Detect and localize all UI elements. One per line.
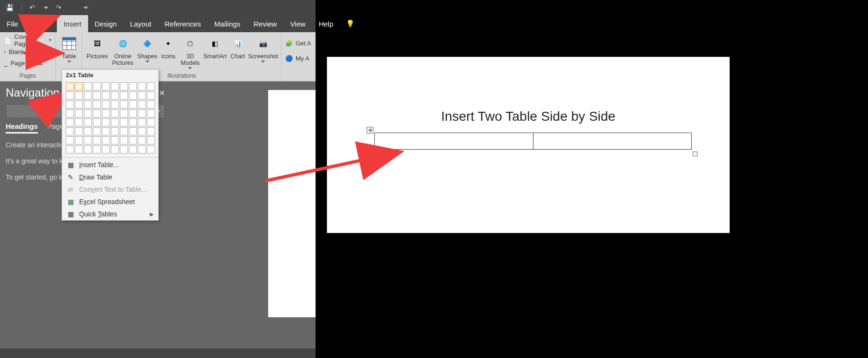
grid-cell[interactable]	[93, 118, 101, 126]
grid-cell[interactable]	[75, 145, 83, 153]
grid-cell[interactable]	[129, 127, 137, 135]
qat-customize-icon[interactable]	[83, 7, 88, 9]
icons-button[interactable]: ✦ Icons	[159, 33, 178, 60]
grid-cell[interactable]	[111, 109, 119, 117]
grid-cell[interactable]	[75, 136, 83, 144]
grid-cell[interactable]	[102, 145, 110, 153]
grid-cell[interactable]	[66, 118, 74, 126]
grid-cell[interactable]	[66, 82, 74, 90]
grid-cell[interactable]	[93, 100, 101, 108]
my-addins-button[interactable]: 🔵 My A	[284, 53, 312, 63]
grid-cell[interactable]	[120, 100, 128, 108]
grid-cell[interactable]	[75, 91, 83, 99]
pictures-button[interactable]: 🖼 Pictures	[85, 33, 109, 60]
draw-table-menu-item[interactable]: ✎ Draw Table	[62, 171, 158, 183]
undo-dropdown-icon[interactable]	[44, 7, 48, 9]
grid-cell[interactable]	[102, 100, 110, 108]
grid-cell[interactable]	[75, 118, 83, 126]
grid-cell[interactable]	[93, 136, 101, 144]
chart-button[interactable]: 📊 Chart	[228, 33, 247, 60]
grid-cell[interactable]	[75, 127, 83, 135]
grid-cell[interactable]	[111, 118, 119, 126]
grid-cell[interactable]	[147, 82, 155, 90]
grid-cell[interactable]	[84, 127, 92, 135]
online-pictures-button[interactable]: 🌐 Online Pictures	[110, 33, 136, 66]
tab-insert[interactable]: Insert	[57, 15, 88, 32]
grid-cell[interactable]	[102, 82, 110, 90]
nav-tab-headings[interactable]: Headings	[6, 122, 38, 134]
table-move-handle-icon[interactable]: ✥	[367, 127, 373, 134]
blank-page-button[interactable]: ▫ Blank Page	[3, 46, 53, 57]
grid-cell[interactable]	[93, 91, 101, 99]
tab-layout[interactable]: Layout	[123, 15, 158, 32]
grid-cell[interactable]	[93, 145, 101, 153]
undo-icon[interactable]: ↶	[29, 4, 35, 11]
grid-cell[interactable]	[138, 136, 146, 144]
grid-cell[interactable]	[120, 118, 128, 126]
grid-cell[interactable]	[66, 109, 74, 117]
redo-icon[interactable]: ↷	[56, 4, 62, 11]
grid-cell[interactable]	[111, 91, 119, 99]
grid-cell[interactable]	[129, 145, 137, 153]
grid-cell[interactable]	[93, 82, 101, 90]
grid-cell[interactable]	[129, 136, 137, 144]
grid-cell[interactable]	[147, 136, 155, 144]
excel-spreadsheet-menu-item[interactable]: ▦ Excel Spreadsheet	[62, 196, 158, 208]
quick-tables-menu-item[interactable]: ▦ Quick Tables ▶	[62, 208, 158, 220]
grid-cell[interactable]	[120, 109, 128, 117]
insert-table-menu-item[interactable]: ▦ IInsert Table...nsert Table...	[62, 159, 158, 171]
grid-cell[interactable]	[84, 109, 92, 117]
grid-cell[interactable]	[75, 82, 83, 90]
3d-models-button[interactable]: ⬡ 3D Models	[179, 33, 202, 69]
grid-cell[interactable]	[138, 127, 146, 135]
get-addins-button[interactable]: 🧩 Get A	[284, 38, 312, 48]
grid-cell[interactable]	[66, 91, 74, 99]
grid-cell[interactable]	[138, 109, 146, 117]
grid-cell[interactable]	[66, 127, 74, 135]
grid-cell[interactable]	[147, 145, 155, 153]
grid-cell[interactable]	[129, 82, 137, 90]
grid-cell[interactable]	[138, 145, 146, 153]
save-icon[interactable]: 💾	[6, 4, 14, 11]
grid-cell[interactable]	[111, 100, 119, 108]
grid-cell[interactable]	[120, 145, 128, 153]
grid-cell[interactable]	[66, 136, 74, 144]
grid-cell[interactable]	[147, 100, 155, 108]
grid-cell[interactable]	[129, 91, 137, 99]
tab-home[interactable]: Home	[25, 15, 57, 32]
grid-cell[interactable]	[138, 100, 146, 108]
grid-cell[interactable]	[102, 136, 110, 144]
grid-cell[interactable]	[120, 127, 128, 135]
grid-cell[interactable]	[129, 109, 137, 117]
grid-cell[interactable]	[84, 82, 92, 90]
tab-help[interactable]: Help	[312, 15, 340, 32]
grid-cell[interactable]	[120, 91, 128, 99]
grid-cell[interactable]	[84, 100, 92, 108]
cover-page-button[interactable]: 📄 Cover Page	[3, 35, 53, 45]
grid-cell[interactable]	[102, 127, 110, 135]
tab-mailings[interactable]: Mailings	[208, 15, 247, 32]
screenshot-button[interactable]: 📷 Screenshot	[248, 33, 278, 63]
shapes-button[interactable]: 🔷 Shapes	[136, 33, 158, 63]
grid-cell[interactable]	[147, 127, 155, 135]
grid-cell[interactable]	[111, 127, 119, 135]
table-button[interactable]: Table	[59, 33, 79, 63]
grid-cell[interactable]	[138, 82, 146, 90]
grid-cell[interactable]	[102, 118, 110, 126]
grid-cell[interactable]	[84, 145, 92, 153]
grid-cell[interactable]	[147, 91, 155, 99]
grid-cell[interactable]	[66, 100, 74, 108]
grid-cell[interactable]	[129, 118, 137, 126]
tab-design[interactable]: Design	[88, 15, 124, 32]
grid-cell[interactable]	[93, 109, 101, 117]
grid-cell[interactable]	[102, 109, 110, 117]
grid-cell[interactable]	[120, 82, 128, 90]
grid-cell[interactable]	[129, 100, 137, 108]
table-resize-handle-icon[interactable]	[693, 152, 697, 156]
table-size-grid[interactable]	[62, 81, 158, 156]
page-break-button[interactable]: ⎯ Page Break	[3, 58, 53, 68]
tell-me-icon[interactable]: 💡	[342, 15, 359, 32]
tab-review[interactable]: Review	[247, 15, 283, 32]
close-icon[interactable]: ✕	[159, 89, 165, 98]
grid-cell[interactable]	[93, 127, 101, 135]
